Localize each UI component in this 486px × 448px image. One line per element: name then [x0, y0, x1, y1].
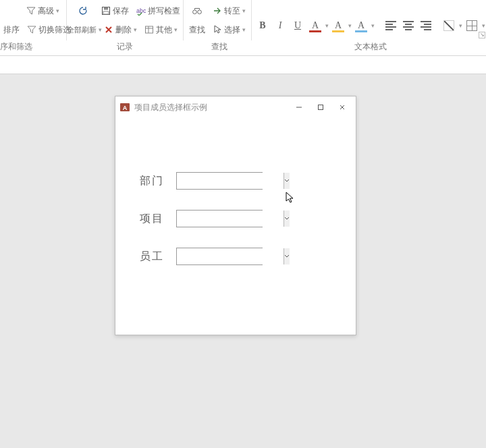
- select-button[interactable]: 选择 ▾: [209, 23, 248, 37]
- fill-color-button[interactable]: A: [353, 18, 369, 34]
- dropdown-caret-icon[interactable]: ▾: [458, 22, 462, 29]
- find-label: 查找: [189, 24, 205, 36]
- align-right-button[interactable]: [418, 18, 434, 34]
- other-button[interactable]: 其他 ▾: [141, 23, 180, 37]
- select-label: 选择: [224, 24, 240, 36]
- grp-label-records: 记录: [67, 39, 184, 54]
- cursor-select-icon: [212, 24, 223, 35]
- svg-rect-12: [319, 105, 323, 110]
- dropdown-caret-icon: ▾: [55, 7, 59, 14]
- spellcheck-label: 拼写检查: [148, 5, 180, 17]
- align-center-button[interactable]: [400, 18, 416, 34]
- save-label: 保存: [113, 5, 129, 17]
- combo-project[interactable]: [176, 210, 263, 227]
- other-table-icon: [144, 24, 155, 35]
- align-left-button[interactable]: [383, 18, 399, 34]
- highlight-button[interactable]: A: [330, 18, 346, 34]
- combo-dept-dropdown[interactable]: [284, 173, 290, 189]
- combo-staff-dropdown[interactable]: [284, 248, 290, 264]
- label-staff: 员工: [136, 250, 176, 264]
- dropdown-caret-icon: ▾: [242, 26, 246, 33]
- sort-button[interactable]: 排序: [3, 23, 22, 37]
- grp-label-textfmt: 文本格式: [255, 39, 486, 54]
- save-icon: [101, 5, 111, 16]
- svg-point-7: [193, 10, 197, 14]
- toggle-filter-button[interactable]: 切换筛选: [24, 23, 74, 37]
- chevron-down-icon: [284, 179, 290, 183]
- other-label: 其他: [156, 24, 172, 36]
- refresh-icon: [78, 5, 88, 16]
- spellcheck-button[interactable]: abc 拼写检查: [133, 4, 183, 18]
- find-label-btn[interactable]: 查找: [186, 23, 208, 37]
- svg-rect-2: [103, 11, 109, 14]
- maximize-button[interactable]: [310, 99, 331, 116]
- gridlines-button[interactable]: [464, 18, 480, 34]
- grp-label-sortfilter: 序和筛选: [0, 39, 67, 54]
- refresh-all-button[interactable]: [70, 4, 97, 18]
- ribbon-group-labels: 序和筛选 记录 查找 文本格式: [0, 39, 486, 54]
- bold-button[interactable]: B: [254, 18, 271, 34]
- arrow-right-icon: [212, 5, 223, 16]
- minimize-button[interactable]: [288, 99, 310, 116]
- spellcheck-icon: abc: [136, 5, 146, 16]
- maximize-icon: [317, 104, 324, 111]
- goto-label: 转至: [224, 5, 240, 17]
- funnel-toggle-icon: [26, 24, 37, 35]
- combo-staff-input[interactable]: [177, 248, 284, 264]
- svg-text:A: A: [123, 105, 128, 111]
- underline-button[interactable]: U: [290, 18, 306, 34]
- combo-dept[interactable]: [176, 172, 263, 190]
- italic-button[interactable]: I: [272, 18, 288, 34]
- svg-point-8: [198, 10, 202, 14]
- field-project: 项目: [136, 210, 335, 227]
- field-dept: 部门: [136, 172, 335, 190]
- refresh-all-label: 全部刷新: [67, 25, 97, 35]
- grid-icon: [466, 20, 477, 31]
- delete-button[interactable]: 删除 ▾: [101, 23, 140, 37]
- funnel-icon: [26, 5, 36, 16]
- combo-dept-input[interactable]: [177, 173, 284, 189]
- chevron-down-icon: [284, 254, 290, 258]
- ribbon: 高级 ▾ 排序 切换筛选: [0, 0, 486, 56]
- align-right-icon: [421, 20, 431, 31]
- dropdown-caret-icon: ▾: [242, 7, 246, 14]
- refresh-all-split[interactable]: 全部刷新 ▾: [70, 24, 99, 36]
- save-button[interactable]: 保存: [98, 4, 132, 18]
- dialog-body: 部门 项目 员工: [115, 118, 356, 265]
- titlebar[interactable]: A 项目成员选择框示例: [115, 96, 356, 118]
- label-dept: 部门: [136, 174, 176, 188]
- dropdown-caret-icon[interactable]: ▾: [325, 22, 329, 29]
- delete-label: 删除: [115, 24, 132, 36]
- align-center-icon: [403, 20, 414, 31]
- ribbon-subbar: [0, 56, 486, 74]
- label-project: 项目: [136, 212, 176, 226]
- dialog-launcher-icon[interactable]: ↘: [479, 32, 485, 38]
- grp-label-find: 查找: [184, 39, 255, 54]
- find-button[interactable]: [186, 4, 208, 18]
- access-app-icon: A: [119, 102, 130, 113]
- advanced-button[interactable]: 高级 ▾: [23, 4, 62, 18]
- minimize-icon: [296, 104, 302, 111]
- ribbon-group-textformat: B I U A ▾ A ▾ A ▾: [252, 0, 486, 40]
- combo-project-input[interactable]: [177, 211, 284, 227]
- align-left-icon: [385, 20, 396, 31]
- ribbon-group-records: 保存 abc 拼写检查 全部刷新 ▾ 删除: [67, 0, 184, 40]
- dropdown-caret-icon[interactable]: ▾: [481, 22, 485, 29]
- close-button[interactable]: [331, 99, 353, 116]
- binoculars-icon: [192, 5, 202, 16]
- goto-button[interactable]: 转至 ▾: [209, 4, 248, 18]
- svg-rect-4: [146, 26, 153, 33]
- ribbon-group-find: 转至 ▾ 查找 选择 ▾: [184, 0, 252, 40]
- combo-staff[interactable]: [176, 248, 263, 265]
- advanced-label: 高级: [38, 5, 54, 17]
- dropdown-caret-icon[interactable]: ▾: [371, 22, 375, 29]
- delete-x-icon: [103, 24, 114, 35]
- font-color-button[interactable]: A: [307, 18, 323, 34]
- chevron-down-icon: [284, 217, 290, 221]
- ribbon-group-sortfilter: 高级 ▾ 排序 切换筛选: [0, 0, 67, 40]
- combo-project-dropdown[interactable]: [284, 211, 290, 227]
- dropdown-caret-icon[interactable]: ▾: [348, 22, 352, 29]
- dropdown-caret-icon: ▾: [133, 26, 137, 33]
- close-icon: [339, 104, 346, 111]
- format-diag-button[interactable]: [441, 18, 457, 34]
